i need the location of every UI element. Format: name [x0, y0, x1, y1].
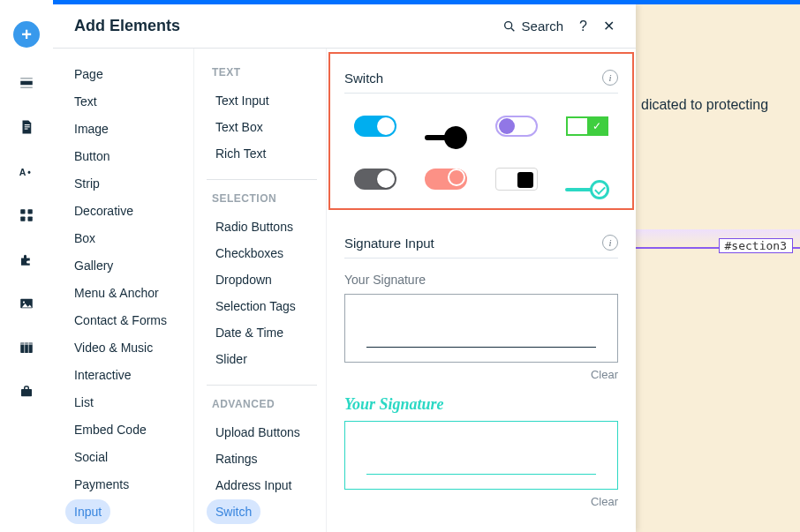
svg-point-18 [504, 21, 511, 28]
svg-rect-10 [28, 217, 33, 221]
switch-section-title: Switch [344, 71, 383, 86]
media-icon[interactable] [18, 295, 35, 312]
signature-clear-1[interactable]: Clear [344, 368, 618, 381]
svg-point-12 [23, 301, 25, 303]
category-contact-forms[interactable]: Contact & Forms [65, 308, 176, 333]
sub-upload-buttons[interactable]: Upload Buttons [207, 420, 309, 445]
category-gallery[interactable]: Gallery [65, 253, 122, 278]
signature-section-header: Signature Input i [344, 219, 618, 259]
switch-preset-8[interactable] [556, 166, 618, 192]
sub-switch[interactable]: Switch [207, 499, 260, 524]
theme-icon[interactable]: A [18, 162, 35, 180]
category-menu-anchor[interactable]: Menu & Anchor [65, 281, 168, 305]
info-icon[interactable]: i [602, 235, 618, 251]
signature-clear-2[interactable]: Clear [344, 495, 618, 508]
svg-rect-17 [21, 389, 32, 396]
signature-section-title: Signature Input [344, 236, 434, 251]
subcategory-list: TEXTText InputText BoxRich TextSELECTION… [194, 49, 327, 532]
sub-slider[interactable]: Slider [207, 347, 256, 371]
signature-line [366, 347, 596, 348]
data-icon[interactable] [18, 339, 35, 356]
editor-canvas[interactable]: dicated to protecting #section3 [636, 0, 800, 532]
category-decorative[interactable]: Decorative [65, 199, 142, 223]
group-separator [207, 385, 317, 386]
group-title-selection: SELECTION [212, 192, 326, 205]
group-title-text: TEXT [212, 66, 326, 79]
add-elements-button[interactable]: + [13, 21, 40, 48]
sub-dropdown[interactable]: Dropdown [207, 267, 281, 292]
info-icon[interactable]: i [602, 70, 618, 86]
sub-date-time[interactable]: Date & Time [207, 320, 292, 345]
sections-icon[interactable] [18, 74, 35, 92]
switch-preset-1[interactable] [344, 113, 406, 139]
help-button[interactable]: ? [579, 19, 587, 34]
canvas-text-fragment: dicated to protecting [641, 97, 768, 113]
search-label: Search [522, 19, 564, 34]
svg-rect-1 [20, 78, 33, 79]
switch-preset-5[interactable] [344, 166, 406, 192]
panel-title: Add Elements [74, 17, 180, 35]
svg-line-19 [511, 28, 514, 31]
close-button[interactable]: ✕ [603, 18, 615, 34]
search-icon [502, 19, 517, 34]
sub-text-box[interactable]: Text Box [207, 115, 272, 139]
svg-rect-7 [20, 209, 25, 214]
apps-icon[interactable] [18, 206, 35, 224]
switch-preset-4[interactable]: ✓ [556, 113, 618, 139]
sub-radio-buttons[interactable]: Radio Buttons [207, 214, 302, 239]
svg-rect-9 [20, 217, 25, 221]
group-title-advanced: ADVANCED [212, 398, 326, 410]
sub-ratings[interactable]: Ratings [207, 446, 266, 471]
pages-icon[interactable] [18, 118, 35, 136]
category-interactive[interactable]: Interactive [65, 363, 140, 387]
category-box[interactable]: Box [65, 226, 104, 251]
section-anchor-tag[interactable]: #section3 [719, 238, 793, 253]
category-list: PageTextImageButtonStripDecorativeBoxGal… [53, 49, 194, 532]
group-separator [207, 179, 317, 180]
category-button[interactable]: Button [65, 144, 118, 169]
signature-label-2: Your Signature [344, 395, 618, 414]
switch-section-highlight: Switch i ✓ [328, 52, 634, 210]
category-text[interactable]: Text [65, 89, 106, 114]
category-list[interactable]: List [65, 390, 102, 415]
sub-address-input[interactable]: Address Input [207, 473, 300, 498]
svg-rect-4 [25, 126, 30, 127]
svg-text:A: A [19, 167, 26, 177]
left-tool-rail: + A [0, 0, 53, 532]
category-payments[interactable]: Payments [65, 472, 138, 497]
category-social[interactable]: Social [65, 445, 117, 469]
sub-selection-tags[interactable]: Selection Tags [207, 294, 305, 318]
business-icon[interactable] [18, 383, 35, 401]
svg-rect-3 [25, 124, 30, 125]
signature-preset-1[interactable] [344, 294, 618, 363]
add-elements-panel: Add Elements Search ? ✕ PageTextImageBut… [53, 4, 636, 532]
svg-rect-0 [20, 81, 33, 86]
sub-checkboxes[interactable]: Checkboxes [207, 241, 292, 266]
switch-preset-3[interactable] [486, 113, 547, 139]
signature-preset-2[interactable] [344, 421, 618, 490]
category-input[interactable]: Input [65, 499, 110, 524]
category-cms[interactable]: CMS [65, 527, 110, 532]
switch-section-header: Switch i [344, 54, 618, 94]
category-strip[interactable]: Strip [65, 171, 109, 196]
category-embed-code[interactable]: Embed Code [65, 417, 155, 442]
category-video-music[interactable]: Video & Music [65, 335, 162, 360]
panel-header: Add Elements Search ? ✕ [53, 4, 636, 49]
category-image[interactable]: Image [65, 116, 117, 141]
category-page[interactable]: Page [65, 62, 112, 86]
top-accent-bar [53, 0, 800, 4]
switch-preset-7[interactable] [486, 166, 547, 192]
sub-rich-text[interactable]: Rich Text [207, 141, 275, 166]
sub-text-input[interactable]: Text Input [207, 88, 278, 113]
elements-preview: Switch i ✓ Signature Input i Yo [327, 49, 636, 532]
signature-line [366, 474, 596, 475]
svg-rect-2 [20, 87, 33, 89]
switch-preset-6[interactable] [415, 166, 477, 192]
switch-preset-2[interactable] [415, 113, 477, 139]
plugins-icon[interactable] [18, 251, 35, 268]
svg-rect-5 [25, 129, 28, 130]
signature-label-1: Your Signature [344, 273, 618, 287]
svg-rect-14 [20, 342, 33, 345]
search-button[interactable]: Search [502, 19, 564, 34]
svg-rect-8 [28, 209, 33, 214]
